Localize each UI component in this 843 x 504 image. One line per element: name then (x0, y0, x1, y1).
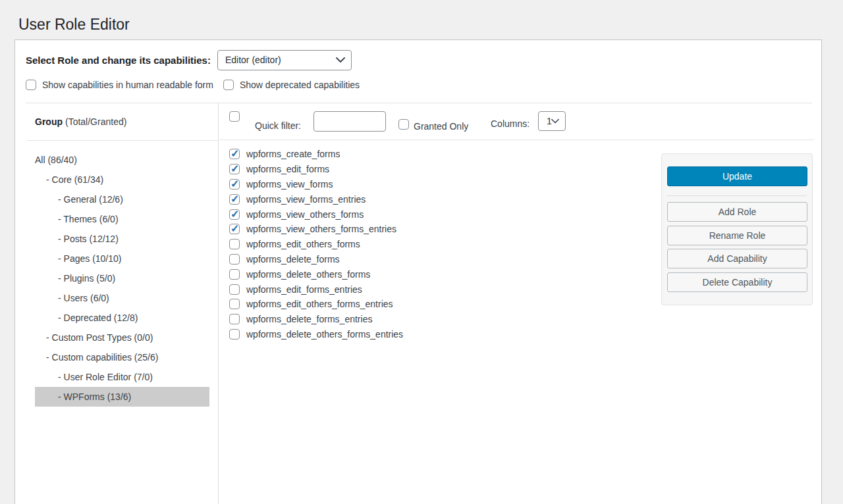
add-role-button[interactable]: Add Role (667, 202, 807, 222)
capability-label: wpforms_delete_others_forms (246, 269, 370, 280)
capabilities-column: Quick filter: Granted Only Columns: 1 wp… (219, 103, 821, 504)
capability-label: wpforms_delete_forms (246, 254, 340, 265)
display-options-row: Show capabilities in human readable form… (26, 80, 360, 90)
group-tree-item[interactable]: - Custom capabilities (25/6) (35, 347, 209, 367)
capability-label: wpforms_view_forms (246, 179, 333, 189)
group-tree-item[interactable]: - Users (6/0) (35, 288, 209, 308)
deprecated-option[interactable]: Show deprecated capabilities (223, 80, 360, 90)
columns-select[interactable]: 1 (538, 111, 566, 131)
columns-label: Columns: (491, 118, 530, 129)
groups-column: Group(Total/Granted) All (86/40)- Core (… (15, 103, 219, 504)
content-area: Group(Total/Granted) All (86/40)- Core (… (15, 103, 821, 504)
page-title: User Role Editor (18, 16, 130, 34)
capability-label: wpforms_create_forms (246, 149, 340, 159)
capability-checkbox[interactable] (229, 224, 240, 234)
human-readable-checkbox[interactable] (26, 80, 36, 90)
quick-filter-label: Quick filter: (255, 120, 301, 131)
group-tree-item[interactable]: - Custom Post Types (0/0) (35, 328, 209, 347)
capability-checkbox[interactable] (229, 209, 240, 220)
capability-label: wpforms_edit_others_forms (246, 239, 360, 249)
rename-role-button[interactable]: Rename Role (667, 226, 807, 245)
chevron-down-icon (336, 57, 345, 63)
capability-label: wpforms_view_forms_entries (246, 194, 366, 205)
group-tree: All (86/40)- Core (61/34)- General (12/6… (35, 150, 209, 407)
group-tree-item[interactable]: - Pages (10/10) (35, 249, 209, 268)
capability-row: wpforms_delete_forms (229, 252, 403, 267)
select-all-checkbox[interactable] (229, 111, 240, 122)
capability-checkbox[interactable] (229, 179, 240, 189)
group-tree-item[interactable]: - General (12/6) (35, 189, 209, 209)
capability-checkbox[interactable] (229, 269, 240, 280)
capability-row: wpforms_delete_forms_entries (229, 312, 403, 327)
group-tree-item[interactable]: - User Role Editor (7/0) (35, 367, 209, 387)
capability-row: wpforms_view_others_forms_entries (229, 222, 403, 237)
capability-label: wpforms_edit_forms_entries (246, 284, 362, 295)
capability-checkbox[interactable] (229, 149, 240, 159)
capability-row: wpforms_edit_others_forms (229, 237, 403, 252)
capability-checkbox[interactable] (229, 284, 240, 295)
groups-header-suffix: (Total/Granted) (65, 116, 126, 127)
group-tree-item[interactable]: - Deprecated (12/8) (35, 308, 209, 328)
group-tree-item[interactable]: - Themes (6/0) (35, 209, 209, 229)
capability-row: wpforms_view_others_forms (229, 207, 403, 222)
capability-row: wpforms_edit_forms_entries (229, 282, 403, 297)
quick-filter-input[interactable] (313, 111, 386, 132)
group-tree-item[interactable]: - WPForms (13/6) (35, 387, 209, 407)
capability-list: wpforms_create_formswpforms_edit_formswp… (229, 147, 403, 341)
capability-label: wpforms_edit_forms (246, 164, 329, 174)
capability-label: wpforms_delete_forms_entries (246, 314, 372, 324)
role-selector-row: Select Role and change its capabilities:… (26, 49, 352, 70)
group-tree-item[interactable]: - Posts (12/12) (35, 229, 209, 249)
role-select[interactable]: Editor (editor) (217, 50, 352, 70)
actions-divider (667, 195, 807, 196)
group-tree-item[interactable]: All (86/40) (35, 150, 209, 170)
capability-checkbox[interactable] (229, 314, 240, 324)
capability-row: wpforms_edit_others_forms_entries (229, 297, 403, 312)
deprecated-label: Show deprecated capabilities (240, 80, 360, 90)
capability-label: wpforms_view_others_forms (246, 209, 364, 220)
role-select-label: Select Role and change its capabilities: (26, 55, 211, 66)
capability-row: wpforms_view_forms_entries (229, 191, 403, 207)
capability-label: wpforms_delete_others_forms_entries (246, 329, 403, 340)
capability-label: wpforms_view_others_forms_entries (246, 224, 396, 234)
delete-capability-button[interactable]: Delete Capability (667, 272, 807, 292)
capability-checkbox[interactable] (229, 164, 240, 174)
user-role-editor-panel: Select Role and change its capabilities:… (14, 39, 822, 504)
capability-checkbox[interactable] (229, 194, 240, 205)
groups-header-divider (27, 140, 218, 141)
capability-row: wpforms_view_forms (229, 177, 403, 192)
actions-box: Update Add Role Rename Role Add Capabili… (661, 153, 813, 305)
capability-checkbox[interactable] (229, 239, 240, 249)
deprecated-checkbox[interactable] (223, 80, 234, 90)
group-tree-item[interactable]: - Plugins (5/0) (35, 268, 209, 288)
capability-row: wpforms_edit_forms (229, 162, 403, 177)
capability-label: wpforms_edit_others_forms_entries (246, 299, 393, 309)
filter-bar: Quick filter: Granted Only Columns: 1 (219, 103, 814, 140)
add-capability-button[interactable]: Add Capability (667, 249, 807, 268)
capability-row: wpforms_create_forms (229, 147, 403, 162)
human-readable-option[interactable]: Show capabilities in human readable form (26, 80, 213, 90)
capability-checkbox[interactable] (229, 254, 240, 265)
group-tree-item[interactable]: - Core (61/34) (35, 170, 209, 189)
capability-row: wpforms_delete_others_forms_entries (229, 327, 403, 342)
capability-checkbox[interactable] (229, 299, 240, 309)
granted-only-label: Granted Only (414, 121, 468, 132)
granted-only-checkbox[interactable] (398, 119, 409, 130)
chevron-down-icon (551, 119, 559, 124)
update-button[interactable]: Update (667, 166, 807, 186)
capability-checkbox[interactable] (229, 329, 240, 340)
groups-header-title: Group (35, 116, 63, 127)
groups-header: Group(Total/Granted) (35, 103, 126, 140)
role-select-value: Editor (editor) (225, 55, 281, 65)
capability-row: wpforms_delete_others_forms (229, 266, 403, 282)
human-readable-label: Show capabilities in human readable form (42, 80, 213, 90)
